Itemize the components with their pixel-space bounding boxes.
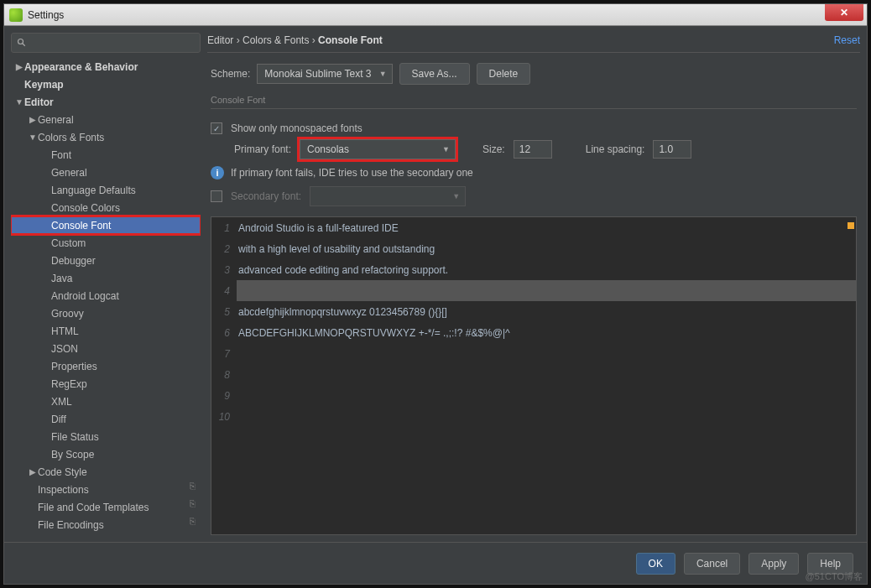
fieldset-legend: Console Font — [211, 95, 857, 105]
show-mono-checkbox[interactable]: ✓ — [211, 122, 222, 134]
secondary-font-select: ▼ — [310, 186, 466, 206]
sidebar-item-regexp[interactable]: RegExp — [11, 375, 201, 393]
tree-arrow-icon: ▶ — [14, 62, 24, 71]
secondary-font-checkbox[interactable] — [211, 190, 222, 202]
sidebar-item-custom[interactable]: Custom — [11, 234, 201, 252]
tree-item-label: Debugger — [51, 255, 96, 267]
tree-item-label: Font — [51, 149, 71, 161]
settings-window: Settings ✕ ▶Appearance & BehaviorKeymap▼… — [3, 3, 868, 585]
preview-line: 2with a high level of usability and outs… — [211, 238, 856, 259]
info-icon: i — [211, 166, 224, 180]
sidebar-item-diff[interactable]: Diff — [11, 410, 201, 428]
tree-item-label: Console Font — [51, 220, 111, 232]
tree-item-label: File Status — [51, 431, 99, 443]
marker-icon — [848, 222, 854, 229]
sidebar: ▶Appearance & BehaviorKeymap▼Editor▶Gene… — [11, 33, 201, 535]
tree-arrow-icon: ▶ — [28, 467, 38, 476]
chevron-down-icon: ▼ — [442, 145, 450, 154]
line-spacing-input[interactable] — [653, 140, 691, 159]
scheme-label: Scheme: — [211, 68, 250, 80]
sidebar-item-colors-fonts[interactable]: ▼Colors & Fonts — [11, 128, 201, 146]
reset-link[interactable]: Reset — [834, 34, 860, 46]
breadcrumb-colors-fonts[interactable]: Colors & Fonts — [243, 34, 309, 46]
sidebar-item-console-font[interactable]: Console Font — [11, 216, 201, 234]
sidebar-item-console-colors[interactable]: Console Colors — [11, 199, 201, 216]
sidebar-item-file-and-code-templates[interactable]: File and Code Templates — [11, 498, 201, 516]
preview-line: 5abcdefghijklmnopqrstuvwxyz 0123456789 (… — [211, 301, 856, 322]
tree-item-label: Keymap — [24, 79, 64, 91]
sidebar-item-debugger[interactable]: Debugger — [11, 252, 201, 269]
size-input[interactable] — [514, 140, 552, 159]
tree-item-label: File Encodings — [38, 519, 104, 531]
tree-item-label: JSON — [51, 343, 78, 355]
sidebar-item-xml[interactable]: XML — [11, 393, 201, 410]
breadcrumb-console-font: Console Font — [318, 34, 383, 46]
sidebar-item-file-encodings[interactable]: File Encodings — [11, 516, 201, 533]
primary-font-value: Consolas — [307, 143, 349, 155]
breadcrumb: Editor › Colors & Fonts › Console Font R… — [207, 33, 860, 53]
tree-item-label: Android Logcat — [51, 290, 119, 302]
sidebar-item-by-scope[interactable]: By Scope — [11, 445, 201, 463]
titlebar: Settings ✕ — [4, 4, 867, 26]
sidebar-item-inspections[interactable]: Inspections — [11, 481, 201, 498]
line-number: 2 — [211, 243, 237, 255]
sidebar-item-font[interactable]: Font — [11, 146, 201, 164]
preview-line: 7 — [211, 343, 856, 364]
sidebar-item-java[interactable]: Java — [11, 269, 201, 287]
sidebar-item-html[interactable]: HTML — [11, 322, 201, 340]
tree-item-label: HTML — [51, 325, 79, 337]
preview-line: 9 — [211, 385, 856, 406]
cancel-button[interactable]: Cancel — [684, 553, 740, 575]
sidebar-item-general[interactable]: General — [11, 164, 201, 181]
svg-point-0 — [18, 39, 23, 44]
sidebar-item-properties[interactable]: Properties — [11, 357, 201, 375]
preview-line: 4 — [211, 280, 856, 301]
primary-font-select[interactable]: Consolas ▼ — [300, 139, 456, 159]
code-text: abcdefghijklmnopqrstuvwxyz 0123456789 ()… — [238, 306, 447, 318]
sidebar-item-editor[interactable]: ▼Editor — [11, 93, 201, 111]
tree-item-label: By Scope — [51, 449, 94, 461]
scheme-select[interactable]: Monokai Sublime Text 3 ▼ — [257, 64, 392, 84]
line-spacing-label: Line spacing: — [586, 143, 645, 155]
tree-item-label: Groovy — [51, 308, 84, 320]
primary-font-label: Primary font: — [234, 143, 291, 155]
sidebar-item-general[interactable]: ▶General — [11, 111, 201, 128]
line-number: 5 — [211, 306, 237, 318]
tree-item-label: Inspections — [38, 484, 89, 496]
secondary-font-label: Secondary font: — [231, 190, 301, 202]
tree-item-label: Properties — [51, 361, 97, 372]
apply-button[interactable]: Apply — [748, 553, 799, 575]
size-label: Size: — [482, 143, 505, 155]
sidebar-item-file-status[interactable]: File Status — [11, 428, 201, 445]
window-title: Settings — [28, 9, 825, 21]
sidebar-item-keymap[interactable]: Keymap — [11, 75, 201, 93]
sidebar-item-code-style[interactable]: ▶Code Style — [11, 463, 201, 481]
tree-item-label: Colors & Fonts — [38, 132, 104, 143]
tree-item-label: Console Colors — [51, 202, 120, 214]
code-text: Android Studio is a full-featured IDE — [238, 222, 399, 234]
svg-line-1 — [23, 44, 25, 46]
ok-button[interactable]: OK — [636, 553, 675, 575]
tree-arrow-icon: ▼ — [14, 97, 24, 107]
settings-tree[interactable]: ▶Appearance & BehaviorKeymap▼Editor▶Gene… — [11, 58, 201, 535]
delete-button[interactable]: Delete — [477, 63, 531, 85]
sidebar-item-appearance-behavior[interactable]: ▶Appearance & Behavior — [11, 58, 201, 75]
font-preview: 1Android Studio is a full-featured IDE2w… — [211, 216, 857, 535]
scheme-value: Monokai Sublime Text 3 — [264, 68, 371, 80]
save-as-button[interactable]: Save As... — [399, 63, 470, 85]
search-input[interactable] — [11, 33, 201, 53]
sidebar-item-android-logcat[interactable]: Android Logcat — [11, 287, 201, 304]
tree-arrow-icon: ▶ — [28, 115, 38, 124]
footer: OK Cancel Apply Help — [4, 542, 867, 584]
breadcrumb-editor[interactable]: Editor — [207, 34, 233, 46]
preview-line: 10 — [211, 406, 856, 427]
sidebar-item-language-defaults[interactable]: Language Defaults — [11, 181, 201, 199]
tree-item-label: General — [38, 114, 74, 126]
show-mono-label: Show only monospaced fonts — [231, 122, 362, 134]
line-number: 10 — [211, 411, 237, 423]
preview-line: 1Android Studio is a full-featured IDE — [211, 217, 856, 238]
sidebar-item-groovy[interactable]: Groovy — [11, 304, 201, 322]
sidebar-item-json[interactable]: JSON — [11, 340, 201, 357]
close-button[interactable]: ✕ — [825, 4, 863, 21]
line-number: 3 — [211, 264, 237, 276]
